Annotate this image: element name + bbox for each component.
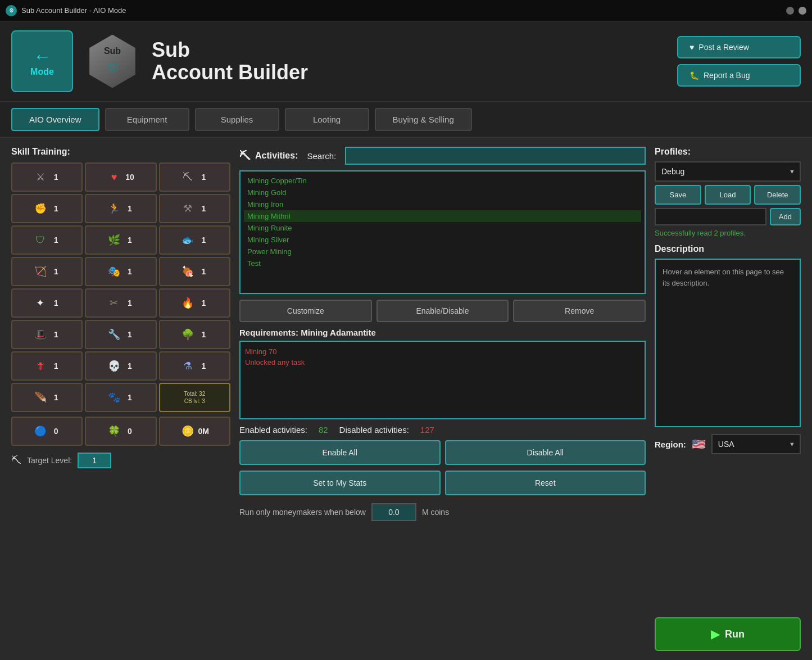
- window-controls: [786, 7, 806, 15]
- activities-list[interactable]: Mining Copper/Tin Mining Gold Mining Iro…: [239, 170, 646, 294]
- activity-item-mining-silver[interactable]: Mining Silver: [244, 234, 641, 246]
- skill-construction[interactable]: 🪶 1: [11, 383, 83, 412]
- skill-attack[interactable]: ⚔ 1: [11, 162, 83, 192]
- zero-skills-row: 🔵 0 🍀 0 🪙 0M: [11, 417, 230, 446]
- target-level-row: ⛏ Target Level:: [11, 453, 230, 468]
- skill-prayer[interactable]: ✦ 1: [11, 288, 83, 318]
- skill-summoning[interactable]: 🍀 0: [85, 417, 156, 446]
- success-message: Successfully read 2 profiles.: [655, 229, 801, 237]
- skill-strength[interactable]: ✊ 1: [11, 194, 83, 223]
- post-review-button[interactable]: ♥ Post a Review: [677, 36, 801, 58]
- skill-hunter[interactable]: 🐾 1: [85, 383, 156, 412]
- delete-profile-button[interactable]: Delete: [754, 185, 801, 205]
- save-profile-button[interactable]: Save: [655, 185, 701, 205]
- skill-magic[interactable]: 🎩 1: [11, 320, 83, 349]
- target-pickaxe-icon: ⛏: [11, 455, 21, 467]
- activity-item-mining-copper[interactable]: Mining Copper/Tin: [244, 175, 641, 187]
- disable-all-button[interactable]: Disable All: [445, 440, 646, 465]
- mode-button[interactable]: ← Mode: [11, 30, 73, 92]
- activity-item-mining-mithril[interactable]: Mining Mithril: [244, 210, 641, 222]
- skill-wealth[interactable]: 🪙 0M: [159, 417, 230, 446]
- skills-grid: ⚔ 1 ♥ 10 ⛏ 1 ✊ 1 🏃 1: [11, 162, 230, 412]
- description-title: Description: [655, 244, 801, 254]
- enable-disable-button[interactable]: Enable/Disable: [376, 300, 509, 322]
- activity-item-mining-iron[interactable]: Mining Iron: [244, 198, 641, 210]
- crafting-icon: ✂: [106, 295, 122, 311]
- customize-button[interactable]: Customize: [239, 300, 372, 322]
- skill-hitpoints[interactable]: ♥ 10: [85, 162, 156, 192]
- magic-level: 1: [51, 330, 62, 339]
- skill-crafting[interactable]: ✂ 1: [85, 288, 156, 318]
- report-bug-button[interactable]: 🐛 Report a Bug: [677, 64, 801, 87]
- run-label: Run: [725, 629, 745, 640]
- profile-select[interactable]: Debug Profile1 Profile2: [655, 161, 801, 182]
- skill-firemaking[interactable]: 🔥 1: [159, 288, 230, 318]
- minimize-button[interactable]: [786, 7, 794, 15]
- skill-thieving[interactable]: 🎭 1: [85, 257, 156, 286]
- skill-training-title: Skill Training:: [11, 147, 230, 157]
- region-select[interactable]: USA Europe Asia: [711, 434, 801, 454]
- shield-icon: 🛡: [33, 232, 48, 248]
- total-info: Total: 32 CB lvl: 3: [184, 390, 205, 405]
- profile-actions: Save Load Delete: [655, 185, 801, 205]
- enabled-label: Enabled activities:: [239, 425, 307, 435]
- app-icon: ⚙: [6, 5, 17, 16]
- tab-buying-selling[interactable]: Buying & Selling: [375, 108, 472, 131]
- skill-smithing[interactable]: ⚒ 1: [159, 194, 230, 223]
- close-button[interactable]: [799, 7, 806, 15]
- ranged-level: 1: [51, 267, 62, 276]
- prayer-level: 1: [51, 299, 62, 308]
- paw-icon: 🐾: [106, 390, 122, 405]
- skill-agility[interactable]: 🏃 1: [85, 194, 156, 223]
- skill-herblore[interactable]: 🌿 1: [85, 225, 156, 255]
- skill-fishing[interactable]: 🐟 1: [159, 225, 230, 255]
- run-button[interactable]: ▶ Run: [655, 617, 801, 651]
- skill-mining[interactable]: ⛏ 1: [159, 162, 230, 192]
- skill-slayer[interactable]: 🗡 1: [11, 351, 83, 381]
- tab-looting[interactable]: Looting: [285, 108, 369, 131]
- activity-item-test[interactable]: Test: [244, 257, 641, 269]
- anvil-icon: ⚒: [180, 201, 196, 216]
- construction-icon: 🪶: [33, 390, 48, 405]
- tab-equipment[interactable]: Equipment: [105, 108, 189, 131]
- enabled-count: 82: [319, 425, 328, 435]
- activity-item-power-mining[interactable]: Power Mining: [244, 246, 641, 257]
- skill-farming[interactable]: ⚗ 1: [159, 351, 230, 381]
- hat-icon: 🎩: [33, 327, 48, 342]
- add-profile-button[interactable]: Add: [770, 208, 801, 225]
- profile-name-input[interactable]: [655, 208, 766, 225]
- slayer-icon: 🗡: [33, 358, 48, 374]
- fish-icon: 🐟: [180, 232, 196, 248]
- tab-supplies[interactable]: Supplies: [195, 108, 279, 131]
- skill-cooking[interactable]: 🍖 1: [159, 257, 230, 286]
- requirements-title: Requirements: Mining Adamantite: [239, 328, 646, 337]
- activities-panel: ⛏ Activities: Search: Mining Copper/Tin …: [239, 147, 646, 651]
- tab-aio-overview[interactable]: AIO Overview: [11, 108, 99, 131]
- skill-dungeoneering[interactable]: 🔵 0: [11, 417, 83, 446]
- fletching-level: 1: [124, 330, 135, 339]
- herblore-level: 1: [124, 236, 135, 245]
- search-input[interactable]: [345, 147, 646, 165]
- skill-defence[interactable]: 🛡 1: [11, 225, 83, 255]
- stats-reset-buttons: Set to My Stats Reset: [239, 471, 646, 495]
- smithing-level: 1: [198, 204, 209, 213]
- skill-runecraft[interactable]: 💀 1: [85, 351, 156, 381]
- reset-button[interactable]: Reset: [445, 471, 646, 495]
- target-level-input[interactable]: [78, 453, 111, 468]
- target-level-label: Target Level:: [27, 456, 72, 465]
- set-to-my-stats-button[interactable]: Set to My Stats: [239, 471, 441, 495]
- moneymakers-input[interactable]: [371, 503, 416, 521]
- activity-item-mining-gold[interactable]: Mining Gold: [244, 187, 641, 198]
- skill-fletching[interactable]: 🔧 1: [85, 320, 156, 349]
- fist-icon: ✊: [33, 201, 48, 216]
- profile-add-row: Add: [655, 208, 801, 225]
- activity-item-mining-runite[interactable]: Mining Runite: [244, 222, 641, 234]
- skill-woodcutting[interactable]: 🌳 1: [159, 320, 230, 349]
- stats-row: Enabled activities: 82 Disabled activiti…: [239, 425, 646, 435]
- region-row: Region: 🇺🇸 USA Europe Asia: [655, 434, 801, 454]
- enable-all-button[interactable]: Enable All: [239, 440, 441, 465]
- heart-icon: ♥: [689, 43, 694, 52]
- remove-button[interactable]: Remove: [513, 300, 646, 322]
- load-profile-button[interactable]: Load: [705, 185, 751, 205]
- skill-ranged[interactable]: 🏹 1: [11, 257, 83, 286]
